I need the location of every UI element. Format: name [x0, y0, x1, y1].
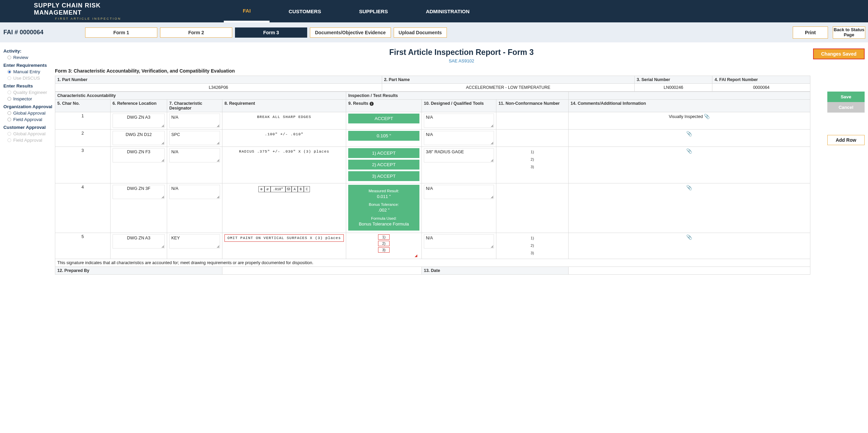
fai-id: FAI # 0000064: [3, 29, 82, 36]
nc-cell: [496, 183, 569, 233]
char-no: 5: [55, 233, 111, 259]
result-empty-2[interactable]: 2): [378, 241, 390, 246]
sidebar-org-field[interactable]: Field Approval: [3, 116, 53, 123]
requirement-text: .100" +/- .010": [224, 131, 344, 136]
save-button[interactable]: Save: [827, 92, 865, 102]
sidebar-org-global[interactable]: Global Approval: [3, 110, 53, 116]
sidebar-org-approval-header: Organization Approval: [3, 104, 53, 109]
gdt-datum-c: C: [304, 186, 310, 192]
col-tools: 10. Designed / Qualified Tools: [421, 100, 496, 112]
back-to-status-button[interactable]: Back to Status Page: [833, 26, 865, 39]
gdt-position-icon: ⊕: [258, 186, 264, 192]
comment-text: Visually Inspected: [669, 114, 703, 119]
tools-input[interactable]: N/A: [424, 185, 494, 199]
designator-input[interactable]: N/A: [169, 148, 220, 162]
sidebar-inspector[interactable]: Inspector: [3, 96, 53, 102]
tools-input[interactable]: 3/8" RADIUS GAGE: [424, 148, 494, 162]
val-fai-report: 0000064: [712, 84, 810, 92]
attachment-icon[interactable]: 📎: [686, 234, 692, 240]
tools-input[interactable]: N/A: [424, 114, 494, 128]
char-no: 4: [55, 183, 111, 233]
main-content: Changes Saved First Article Inspection R…: [55, 42, 868, 288]
col-ref-location: 6. Reference Location: [110, 100, 167, 112]
hdr-part-number: 1. Part Number: [55, 76, 382, 84]
add-row-button[interactable]: Add Row: [827, 135, 865, 145]
tab-documents[interactable]: Documents/Objective Evidence: [310, 27, 391, 38]
designator-input[interactable]: N/A: [169, 114, 220, 128]
sidebar-quality-engineer: Quality Engineer: [3, 89, 53, 96]
tab-form1[interactable]: Form 1: [85, 27, 157, 38]
gdt-frame: ⊕ ⌀ .010" Ⓜ A B C: [224, 185, 344, 192]
table-row: 4 DWG ZN 3F N/A ⊕ ⌀ .010" Ⓜ A B C Measur…: [55, 183, 810, 233]
form3-data-table: Characteristic Accountability Inspection…: [55, 92, 810, 275]
caret-icon: ◢: [348, 254, 419, 257]
val-serial-number: LN000246: [634, 84, 712, 92]
prepared-by-value[interactable]: [222, 267, 421, 274]
sidebar-enter-req-header: Enter Requirements: [3, 63, 53, 68]
result-value[interactable]: 0.105 ": [348, 131, 419, 141]
nav-suppliers[interactable]: SUPPLIERS: [340, 0, 407, 22]
tab-form3[interactable]: Form 3: [235, 27, 307, 38]
result-accept-3[interactable]: 3) ACCEPT: [348, 171, 419, 181]
nav-administration[interactable]: ADMINISTRATION: [407, 0, 489, 22]
ref-location-input[interactable]: DWG ZN A3: [113, 114, 165, 128]
sidebar-review[interactable]: Review: [3, 54, 53, 61]
form3-section-label: Form 3: Characteristic Accountability, V…: [55, 68, 810, 74]
gdt-diameter-icon: ⌀: [264, 186, 271, 192]
hdr-part-name: 2. Part Name: [382, 76, 634, 84]
cancel-button[interactable]: Cancel: [827, 102, 865, 113]
sub-toolbar: FAI # 0000064 Form 1 Form 2 Form 3 Docum…: [0, 22, 868, 42]
top-navbar: SUPPLY CHAIN RISK MANAGEMENT FIRST ARTIC…: [0, 0, 868, 22]
sidebar-activity-header: Activity:: [3, 48, 53, 54]
sidebar-manual-entry[interactable]: Manual Entry: [3, 68, 53, 75]
col-comments: 14. Comments/Additional Information: [568, 100, 810, 112]
gdt-datum-a: A: [292, 186, 298, 192]
date-label: 13. Date: [421, 267, 568, 274]
char-no: 2: [55, 130, 111, 147]
print-button[interactable]: Print: [793, 26, 828, 39]
tools-input[interactable]: N/A: [424, 234, 494, 249]
logo-title: SUPPLY CHAIN RISK MANAGEMENT: [34, 2, 142, 16]
prepared-by-label: 12. Prepared By: [55, 267, 222, 274]
designator-input[interactable]: KEY: [169, 234, 220, 249]
nc-list: 1)2)3): [498, 234, 566, 257]
section-characteristic: Characteristic Accountability: [55, 92, 346, 100]
info-icon[interactable]: i: [370, 102, 374, 106]
form3-table: 1. Part Number 2. Part Name 3. Serial Nu…: [55, 76, 810, 92]
tab-upload-documents[interactable]: Upload Documents: [394, 27, 447, 38]
logo: SUPPLY CHAIN RISK MANAGEMENT FIRST ARTIC…: [0, 0, 142, 22]
ref-location-input[interactable]: DWG ZN A3: [113, 234, 165, 249]
result-accept-2[interactable]: 2) ACCEPT: [348, 160, 419, 170]
attachment-icon[interactable]: 📎: [704, 114, 710, 119]
tab-form2[interactable]: Form 2: [160, 27, 232, 38]
requirement-text-highlighted: OMIT PAINT ON VERTICAL SURFACES X (3) pl…: [224, 234, 344, 242]
ref-location-input[interactable]: DWG ZN F3: [113, 148, 165, 162]
attachment-icon[interactable]: 📎: [686, 185, 692, 190]
nc-list: 1)2)3): [498, 148, 566, 171]
table-row: 3 DWG ZN F3 N/A RADIUS .375" +/- .030" X…: [55, 147, 810, 183]
changes-saved-badge: Changes Saved: [813, 48, 865, 59]
attachment-icon[interactable]: 📎: [686, 148, 692, 154]
designator-input[interactable]: SPC: [169, 131, 220, 145]
attachment-icon[interactable]: 📎: [686, 131, 692, 136]
val-part-name: ACCELEROMETER - LOW TEMPERATURE: [382, 84, 634, 92]
ref-location-input[interactable]: DWG ZN 3F: [113, 185, 165, 199]
result-composite[interactable]: Measured Result:0.011 " Bonus Tolerance:…: [348, 185, 419, 231]
nav-fai[interactable]: FAI: [224, 0, 270, 22]
result-accept-1[interactable]: 1) ACCEPT: [348, 148, 419, 158]
gdt-datum-b: B: [298, 186, 304, 192]
result-empty-1[interactable]: 1): [378, 234, 390, 240]
tools-input[interactable]: N/A: [424, 131, 494, 145]
col-nonconformance: 11. Non-Conformance Number: [496, 100, 569, 112]
sidebar-cust-global: Global Approval: [3, 131, 53, 137]
designator-input[interactable]: N/A: [169, 185, 220, 199]
date-value[interactable]: [568, 267, 810, 274]
gdt-tolerance: .010": [271, 186, 285, 192]
sidebar-enter-results-header: Enter Results: [3, 83, 53, 88]
nav-customers[interactable]: CUSTOMERS: [270, 0, 340, 22]
page-subtitle: SAE AS9102: [55, 58, 868, 63]
ref-location-input[interactable]: DWG ZN D12: [113, 131, 165, 145]
table-row: 1 DWG ZN A3 N/A BREAK ALL SHARP EDGES AC…: [55, 112, 810, 130]
result-accept[interactable]: ACCEPT: [348, 114, 419, 123]
result-empty-3[interactable]: 3): [378, 247, 390, 253]
